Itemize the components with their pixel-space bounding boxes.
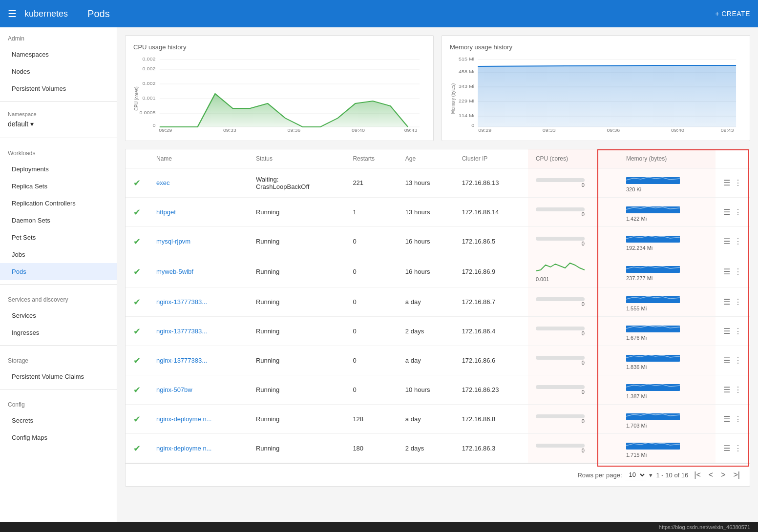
list-icon[interactable]: ☰ [723, 356, 730, 365]
pod-restarts-cell: 180 [345, 434, 397, 463]
sidebar-item-pet-sets[interactable]: Pet Sets [0, 229, 117, 246]
pod-memory-cell: 237.277 Mi [618, 256, 716, 287]
sidebar-item-deployments[interactable]: Deployments [0, 161, 117, 178]
pod-status-cell: Running [248, 227, 345, 256]
svg-text:0: 0 [471, 123, 475, 128]
pod-cluster-ip-cell: 172.16.86.6 [454, 346, 528, 375]
pod-name-cell[interactable]: mysql-rjpvm [148, 227, 248, 256]
pagination-first-icon[interactable]: |< [692, 469, 703, 481]
pod-actions-cell: ☰ ⋮ [716, 227, 750, 256]
cpu-value: 0 [536, 182, 585, 188]
sidebar-item-config-maps[interactable]: Config Maps [0, 429, 117, 446]
menu-icon[interactable]: ☰ [8, 8, 17, 20]
pod-name-link[interactable]: nginx-507bw [156, 386, 192, 393]
pagination-next-icon[interactable]: > [719, 469, 727, 481]
table-row: ✔httpgetRunning113 hours172.16.86.14 0 1… [126, 198, 750, 227]
more-icon[interactable]: ⋮ [734, 267, 742, 276]
pod-name-cell[interactable]: httpget [148, 198, 248, 227]
more-icon[interactable]: ⋮ [734, 237, 742, 246]
list-icon[interactable]: ☰ [723, 207, 730, 217]
mem-value: 192.234 Mi [626, 245, 680, 251]
list-icon[interactable]: ☰ [723, 327, 730, 336]
more-icon[interactable]: ⋮ [734, 327, 742, 336]
pod-name-cell[interactable]: nginx-deployme n... [148, 405, 248, 434]
namespace-select[interactable]: default ▾ [8, 120, 109, 128]
svg-text:09:36: 09:36 [607, 128, 620, 133]
cpu-bar [536, 178, 585, 182]
list-icon[interactable]: ☰ [723, 444, 730, 453]
sidebar-item-ingresses[interactable]: Ingresses [0, 324, 117, 341]
app-logo: kubernetes [24, 9, 68, 19]
more-icon[interactable]: ⋮ [734, 414, 742, 424]
svg-text:09:36: 09:36 [287, 128, 300, 133]
status-text: Running [256, 445, 337, 452]
cpu-bar-container: 0.001 [536, 261, 585, 282]
sidebar-item-secrets[interactable]: Secrets [0, 412, 117, 429]
pod-name-link[interactable]: nginx-13777383... [156, 327, 207, 335]
rows-per-page-select[interactable]: 10 25 50 [625, 470, 646, 480]
memory-chart-svg: 515 Mi 458 Mi 343 Mi 229 Mi 114 Mi 0 Mem… [450, 55, 742, 133]
sidebar-item-replica-sets[interactable]: Replica Sets [0, 178, 117, 195]
pod-status-cell: Running [248, 405, 345, 434]
pod-name-cell[interactable]: nginx-13777383... [148, 346, 248, 375]
mem-container: 1.422 Mi [626, 203, 680, 222]
list-icon[interactable]: ☰ [723, 237, 730, 246]
more-icon[interactable]: ⋮ [734, 178, 742, 187]
pod-name-link[interactable]: nginx-13777383... [156, 357, 207, 364]
pod-cpu-cell: 0 [528, 227, 618, 256]
list-icon[interactable]: ☰ [723, 267, 730, 276]
col-header-memory: Memory (bytes) [618, 149, 716, 168]
pod-name-cell[interactable]: exec [148, 168, 248, 198]
pod-name-cell[interactable]: nginx-507bw [148, 375, 248, 405]
pod-restarts-cell: 0 [345, 227, 397, 256]
cpu-value: 0 [536, 418, 585, 424]
col-header-name: Name [148, 149, 248, 168]
more-icon[interactable]: ⋮ [734, 385, 742, 394]
pod-name-cell[interactable]: nginx-deployme n... [148, 434, 248, 463]
more-icon[interactable]: ⋮ [734, 297, 742, 307]
pod-name-link[interactable]: nginx-13777383... [156, 298, 207, 306]
pod-name-cell[interactable]: myweb-5wlbf [148, 256, 248, 287]
sidebar-item-services[interactable]: Services [0, 307, 117, 324]
pod-name-cell[interactable]: nginx-13777383... [148, 317, 248, 346]
pod-restarts-cell: 221 [345, 168, 397, 198]
list-icon[interactable]: ☰ [723, 297, 730, 307]
sidebar-item-pvc[interactable]: Persistent Volume Claims [0, 368, 117, 385]
cpu-bar [536, 297, 585, 301]
pod-name-link[interactable]: httpget [156, 208, 176, 216]
sidebar-item-daemon-sets[interactable]: Daemon Sets [0, 212, 117, 229]
more-icon[interactable]: ⋮ [734, 356, 742, 365]
pagination-prev-icon[interactable]: < [707, 469, 715, 481]
pod-name-link[interactable]: exec [156, 179, 169, 186]
svg-text:515 Mi: 515 Mi [459, 57, 474, 61]
create-button[interactable]: + CREATE [715, 10, 750, 18]
sidebar-item-nodes[interactable]: Nodes [0, 63, 117, 80]
pod-name-link[interactable]: nginx-deployme n... [156, 415, 211, 423]
list-icon[interactable]: ☰ [723, 414, 730, 424]
more-icon[interactable]: ⋮ [734, 207, 742, 217]
pod-restarts-cell: 1 [345, 198, 397, 227]
list-icon[interactable]: ☰ [723, 178, 730, 187]
pagination-last-icon[interactable]: >| [732, 469, 742, 481]
cpu-bar-container: 0 [536, 385, 585, 395]
sidebar-item-namespaces[interactable]: Namespaces [0, 46, 117, 63]
sidebar-divider-3 [0, 284, 117, 285]
cpu-chart-area: 0.002 0.002 0.002 0.001 0.0005 0 CPU (co… [133, 55, 425, 133]
pod-name-link[interactable]: myweb-5wlbf [156, 268, 193, 275]
mem-value: 1.836 Mi [626, 364, 680, 370]
list-icon[interactable]: ☰ [723, 385, 730, 394]
pod-memory-cell: 1.836 Mi [618, 346, 716, 375]
check-circle-icon: ✔ [133, 414, 141, 424]
sidebar-item-jobs[interactable]: Jobs [0, 246, 117, 263]
sidebar-item-persistent-volumes[interactable]: Persistent Volumes [0, 80, 117, 97]
namespace-label: Namespace [8, 111, 109, 117]
more-icon[interactable]: ⋮ [734, 444, 742, 453]
sidebar-item-pods[interactable]: Pods [0, 263, 117, 280]
cpu-value: 0 [536, 301, 585, 307]
status-text: Running [256, 327, 337, 335]
pod-name-cell[interactable]: nginx-13777383... [148, 287, 248, 317]
sidebar-item-replication-controllers[interactable]: Replication Controllers [0, 195, 117, 212]
pod-name-link[interactable]: mysql-rjpvm [156, 238, 190, 245]
sidebar-divider-2 [0, 138, 117, 138]
pod-name-link[interactable]: nginx-deployme n... [156, 445, 211, 452]
